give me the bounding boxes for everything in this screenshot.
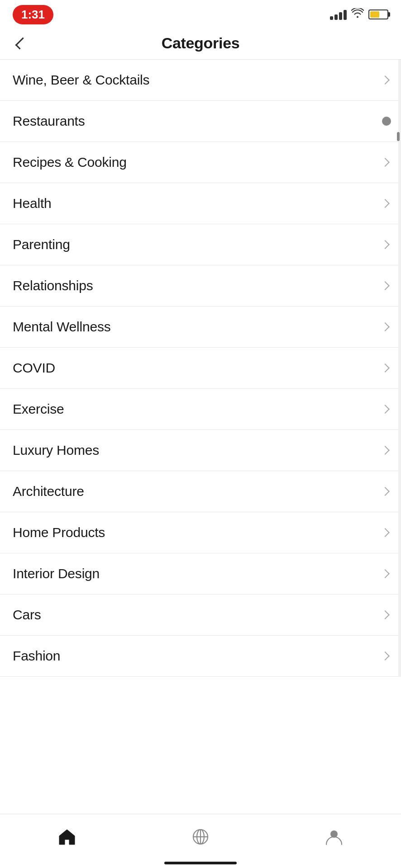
list-item[interactable]: Parenting	[0, 224, 401, 265]
scrollbar-thumb	[397, 132, 400, 141]
back-button[interactable]	[13, 36, 26, 51]
chevron-right-icon	[381, 322, 390, 331]
list-item[interactable]: Architecture	[0, 471, 401, 512]
list-item[interactable]: Fashion	[0, 636, 401, 677]
list-item[interactable]: Cars	[0, 594, 401, 636]
list-item[interactable]: Exercise	[0, 389, 401, 430]
category-label: Mental Wellness	[13, 319, 111, 335]
chevron-right-icon	[381, 569, 390, 578]
category-label: Restaurants	[13, 113, 85, 129]
wifi-icon	[351, 8, 364, 21]
category-label: Parenting	[13, 237, 70, 252]
tab-browse[interactable]	[182, 823, 219, 851]
scrollbar-track	[398, 60, 401, 677]
chevron-right-icon	[381, 199, 390, 208]
category-label: Fashion	[13, 648, 60, 664]
chevron-right-icon	[381, 158, 390, 167]
scroll-position-dot	[382, 117, 391, 126]
category-label: Recipes & Cooking	[13, 155, 127, 170]
home-indicator	[164, 862, 237, 864]
tab-home[interactable]	[48, 823, 86, 851]
list-item-luxury-homes[interactable]: Luxury Homes	[0, 430, 401, 471]
chevron-right-icon	[381, 240, 390, 249]
chevron-right-icon	[381, 528, 390, 537]
list-item[interactable]: Wine, Beer & Cocktails	[0, 60, 401, 101]
bottom-tab-bar	[0, 814, 401, 868]
list-item[interactable]: Home Products	[0, 512, 401, 553]
page-title: Categories	[162, 34, 240, 52]
status-bar: 1:31	[0, 0, 401, 27]
category-label: Home Products	[13, 525, 105, 540]
category-label: Health	[13, 196, 52, 211]
category-label: Architecture	[13, 484, 84, 499]
chevron-right-icon	[381, 487, 390, 496]
category-label: COVID	[13, 360, 55, 376]
list-item[interactable]: Interior Design	[0, 553, 401, 594]
category-label: Wine, Beer & Cocktails	[13, 72, 149, 88]
battery-icon	[368, 9, 388, 19]
chevron-right-icon	[381, 281, 390, 290]
home-icon	[57, 827, 76, 846]
category-label: Cars	[13, 607, 41, 623]
category-label: Interior Design	[13, 566, 100, 581]
globe-icon	[191, 827, 210, 846]
chevron-right-icon	[381, 610, 390, 619]
list-item[interactable]: COVID	[0, 348, 401, 389]
tab-profile[interactable]	[315, 823, 353, 851]
list-item[interactable]: Health	[0, 183, 401, 224]
profile-icon	[325, 827, 344, 846]
list-item[interactable]: Restaurants	[0, 101, 401, 142]
category-label: Luxury Homes	[13, 443, 99, 458]
chevron-right-icon	[381, 405, 390, 414]
category-label: Relationships	[13, 278, 93, 293]
chevron-right-icon	[381, 446, 390, 455]
list-item[interactable]: Mental Wellness	[0, 307, 401, 348]
category-label: Exercise	[13, 401, 64, 417]
status-icons	[330, 8, 388, 21]
category-list: Wine, Beer & Cocktails Restaurants Recip…	[0, 60, 401, 677]
list-item[interactable]: Recipes & Cooking	[0, 142, 401, 183]
list-item[interactable]: Relationships	[0, 265, 401, 307]
back-arrow-icon	[15, 37, 28, 49]
nav-header: Categories	[0, 27, 401, 60]
chevron-right-icon	[381, 363, 390, 373]
chevron-right-icon	[381, 651, 390, 660]
chevron-right-icon	[381, 75, 390, 85]
signal-bars-icon	[330, 9, 347, 20]
status-time: 1:31	[13, 5, 53, 24]
